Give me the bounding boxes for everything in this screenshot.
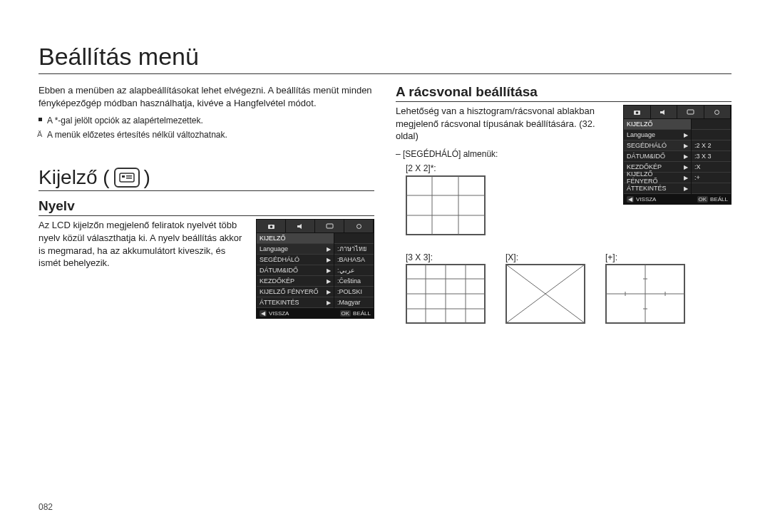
svg-rect-3: [126, 178, 132, 179]
svg-point-15: [635, 111, 638, 114]
grid-2x2-preview: [406, 175, 486, 235]
tab-sound-icon: [651, 106, 678, 118]
left-column: Ebben a menüben az alapbeállításokat leh…: [38, 84, 374, 324]
submenu-label: – [SEGÉDHÁLÓ] almenük:: [396, 148, 616, 160]
tab-display-icon: [677, 106, 704, 118]
nyelv-heading: Nyelv: [38, 198, 374, 216]
racs-heading: A rácsvonal beállítása: [396, 84, 732, 102]
tab-camera-icon: [257, 220, 286, 232]
svg-point-18: [715, 110, 719, 114]
page-number: 082: [38, 502, 53, 512]
gridline-menu-screenshot: KIJELZŐ Language▶ SEGÉDHÁLÓ▶ DÁTUM&IDŐ▶ …: [623, 105, 732, 205]
page-title: Beállítás menü: [38, 43, 732, 74]
display-icon: [114, 168, 140, 188]
note-may-change: A menük előzetes értesítés nélkül változ…: [38, 129, 374, 140]
tab-display-icon: [315, 220, 344, 232]
tab-gear-icon: [704, 106, 732, 118]
opt-3x3-label: [3 X 3]:: [406, 252, 491, 262]
racs-text: Lehetőség van a hisztogram/rácsvonal abl…: [396, 105, 616, 143]
opt-2x2-label: [2 X 2]*:: [406, 163, 616, 174]
svg-rect-2: [126, 175, 132, 177]
svg-rect-7: [327, 224, 333, 228]
grid-x-preview: [505, 264, 585, 324]
svg-rect-1: [122, 175, 125, 178]
tab-camera-icon: [624, 106, 651, 118]
grid-plus-preview: [605, 264, 685, 324]
language-menu-screenshot: KIJELZŐ Language▶ SEGÉDHÁLÓ▶ DÁTUM&IDŐ▶ …: [256, 219, 374, 319]
tab-gear-icon: [344, 220, 374, 232]
grid-3x3-preview: [406, 264, 486, 324]
svg-point-5: [270, 225, 272, 228]
tab-sound-icon: [286, 220, 315, 232]
right-column: A rácsvonal beállítása Lehetőség van a h…: [396, 84, 732, 324]
opt-plus-label: [+]:: [605, 252, 691, 262]
svg-rect-17: [687, 110, 694, 114]
opt-x-label: [X]:: [505, 252, 591, 262]
note-default: A *-gal jelölt opciók az alapértelmezett…: [38, 115, 374, 126]
svg-point-8: [356, 224, 361, 228]
svg-rect-9: [406, 176, 485, 235]
section-kijelzo-heading: Kijelző ( ): [38, 166, 374, 191]
svg-marker-16: [660, 110, 664, 115]
svg-marker-6: [297, 224, 302, 229]
intro-text: Ebben a menüben az alapbeállításokat leh…: [38, 84, 374, 109]
nyelv-text: Az LCD kijelzőn megjelenő feliratok nyel…: [38, 219, 249, 269]
